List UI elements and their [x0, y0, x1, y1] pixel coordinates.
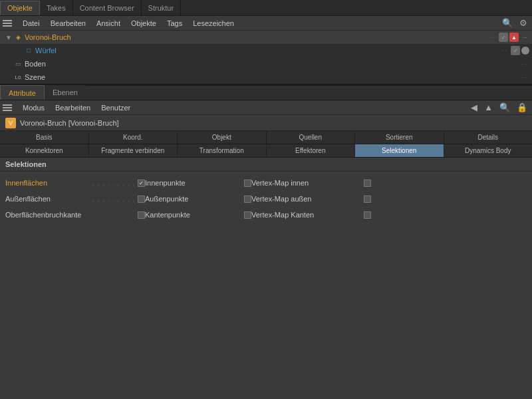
checkbox-vertex-innen[interactable] — [364, 180, 371, 187]
row-vertex-kanten: Vertex-Map Kanten — [251, 207, 371, 222]
tab-attribute[interactable]: Attribute — [0, 85, 45, 100]
selektionen-grid: Innenflächen . . . . . . . . . ✓ Innenpu… — [5, 176, 527, 222]
obj-name-voronoi: Voronoi-Bruch — [25, 33, 489, 41]
obj-label-icon-letter: V — [9, 120, 13, 126]
label-außenflächen: Außenflächen — [5, 195, 92, 203]
menu-datei[interactable]: Datei — [17, 18, 45, 29]
vis-dots-szene: · · — [521, 74, 527, 80]
tab-objekte[interactable]: Objekte — [0, 1, 40, 15]
tab-ebenen[interactable]: Ebenen — [45, 85, 86, 100]
row-innenflächen: Innenflächen . . . . . . . . . ✓ — [5, 176, 145, 190]
checkbox-innenpunkte[interactable] — [244, 180, 251, 187]
checkbox-oberflächenbruchkante[interactable] — [138, 211, 145, 219]
attr-menu-modus[interactable]: Modus — [17, 102, 50, 113]
menu-lesezeichen[interactable]: Lesezeichen — [188, 18, 239, 29]
label-innenpunkte: Innenpunkte — [145, 179, 241, 187]
row-innenpunkte: Innenpunkte — [145, 176, 251, 190]
tab-struktur[interactable]: Struktur — [142, 1, 182, 15]
section-content-selektionen: Innenflächen . . . . . . . . . ✓ Innenpu… — [0, 172, 532, 226]
attr-menu-right: ◀ ▲ 🔍 🔒 — [469, 102, 529, 112]
tab-content-browser[interactable]: Content Browser — [73, 1, 142, 15]
settings-icon[interactable]: ⚙ — [517, 18, 529, 28]
attr-menu-benutzer[interactable]: Benutzer — [96, 102, 136, 113]
checkbox-außenflächen[interactable] — [138, 196, 145, 203]
label-kantenpunkte: Kantenpunkte — [145, 211, 241, 219]
checkbox-kantenpunkte[interactable] — [244, 211, 251, 219]
tree-item-wuerfel[interactable]: □ Würfel · · ✓ — [0, 44, 532, 57]
row-kantenpunkte: Kantenpunkte — [145, 207, 251, 222]
tag-area-boden: · · — [521, 61, 529, 67]
dots-innenflächen: . . . . . . . . . — [92, 180, 135, 187]
tag-area-voronoi: · · ✓ ▲ ··· — [489, 33, 529, 42]
menu-bar-right: 🔍 ⚙ — [500, 18, 529, 28]
obj-icon-boden: ▭ — [13, 59, 23, 68]
row-außenpunkte: Außenpunkte — [145, 192, 251, 206]
label-vertex-kanten: Vertex-Map Kanten — [251, 211, 361, 219]
prop-tab-effektoren[interactable]: Effektoren — [267, 144, 356, 157]
tab-takes[interactable]: Takes — [40, 1, 73, 15]
tag-dots-voronoi: ··· — [520, 33, 529, 42]
checkbox-vertex-kanten[interactable] — [364, 211, 371, 219]
prop-tab-details[interactable]: Details — [444, 131, 533, 144]
prop-tab-basis[interactable]: Basis — [0, 131, 89, 144]
prop-tabs-row1: Basis Koord. Objekt Quellen Sortieren De… — [0, 131, 532, 144]
tree-item-szene[interactable]: L0 Szene · · — [0, 70, 532, 84]
prop-tabs-row2: Konnektoren Fragmente verbinden Transfor… — [0, 144, 532, 158]
menu-tags[interactable]: Tags — [162, 18, 188, 29]
obj-label-icon: V — [5, 118, 16, 128]
vis-dots-wuerfel: · · — [501, 47, 507, 54]
lock-icon[interactable]: 🔒 — [515, 102, 529, 112]
checkbox-außenpunkte[interactable] — [244, 196, 251, 203]
label-innenflächen: Innenflächen — [5, 179, 92, 187]
label-außenpunkte: Außenpunkte — [145, 195, 241, 203]
prop-tab-fragmente[interactable]: Fragmente verbinden — [89, 144, 178, 157]
attr-search-icon[interactable]: 🔍 — [497, 102, 512, 112]
dots-außenflächen: . . . . . . . . . — [92, 196, 135, 203]
vis-dots-voronoi: · · — [489, 34, 495, 41]
menu-bearbeiten[interactable]: Bearbeiten — [45, 18, 91, 29]
top-tab-bar: Objekte Takes Content Browser Struktur — [0, 0, 532, 16]
checkbox-vertex-außen[interactable] — [364, 196, 371, 203]
row-vertex-außen: Vertex-Map außen — [251, 192, 371, 206]
tag-sphere-wuerfel — [521, 47, 529, 55]
tag-warn-voronoi: ▲ — [509, 33, 519, 42]
checkbox-innenflächen[interactable]: ✓ — [138, 180, 145, 187]
obj-icon-szene: L0 — [13, 72, 23, 82]
search-icon[interactable]: 🔍 — [500, 18, 515, 28]
tag-check-wuerfel: ✓ — [511, 46, 520, 55]
tag-check-voronoi: ✓ — [499, 33, 508, 42]
menu-ansicht[interactable]: Ansicht — [91, 18, 126, 29]
expand-voronoi[interactable]: ▼ — [5, 34, 13, 41]
prop-tab-transformation[interactable]: Transformation — [178, 144, 267, 157]
menu-objekte[interactable]: Objekte — [126, 18, 162, 29]
obj-label: V Voronoi-Bruch [Voronoi-Bruch] — [0, 115, 532, 131]
attr-tab-bar: Attribute Ebenen — [0, 84, 532, 100]
object-tree: ▼ ◈ Voronoi-Bruch · · ✓ ▲ ··· □ Würfel ·… — [0, 31, 532, 84]
obj-icon-voronoi: ◈ — [13, 33, 23, 42]
section-header-selektionen: Selektionen — [0, 158, 532, 172]
prop-tab-selektionen[interactable]: Selektionen — [355, 144, 444, 157]
tree-item-boden[interactable]: ▭ Boden · · — [0, 57, 532, 70]
prop-tab-koord[interactable]: Koord. — [89, 131, 178, 144]
up-icon[interactable]: ▲ — [482, 102, 495, 112]
vis-dots-boden: · · — [521, 61, 527, 67]
obj-icon-wuerfel: □ — [24, 46, 33, 55]
obj-name-boden: Boden — [25, 60, 521, 68]
obj-name-szene: Szene — [25, 73, 521, 81]
prop-tab-quellen[interactable]: Quellen — [267, 131, 356, 144]
attr-menu-bearbeiten[interactable]: Bearbeiten — [50, 102, 96, 113]
tag-area-wuerfel: · · ✓ — [501, 46, 529, 55]
prop-tab-sortieren[interactable]: Sortieren — [355, 131, 444, 144]
tree-item-voronoi[interactable]: ▼ ◈ Voronoi-Bruch · · ✓ ▲ ··· — [0, 31, 532, 44]
row-oberflächenbruchkante: Oberflächenbruchkante — [5, 207, 145, 222]
back-icon[interactable]: ◀ — [469, 102, 479, 112]
prop-tab-objekt[interactable]: Objekt — [178, 131, 267, 144]
tag-area-szene: · · — [521, 74, 529, 80]
label-vertex-innen: Vertex-Map innen — [251, 179, 361, 187]
attr-hamburger-icon[interactable] — [3, 102, 13, 113]
prop-tab-konnektoren[interactable]: Konnektoren — [0, 144, 89, 157]
row-vertex-innen: Vertex-Map innen — [251, 176, 371, 190]
hamburger-icon[interactable] — [3, 18, 13, 29]
prop-tab-dynamics[interactable]: Dynamics Body — [444, 144, 533, 157]
row-außenflächen: Außenflächen . . . . . . . . . — [5, 192, 145, 206]
